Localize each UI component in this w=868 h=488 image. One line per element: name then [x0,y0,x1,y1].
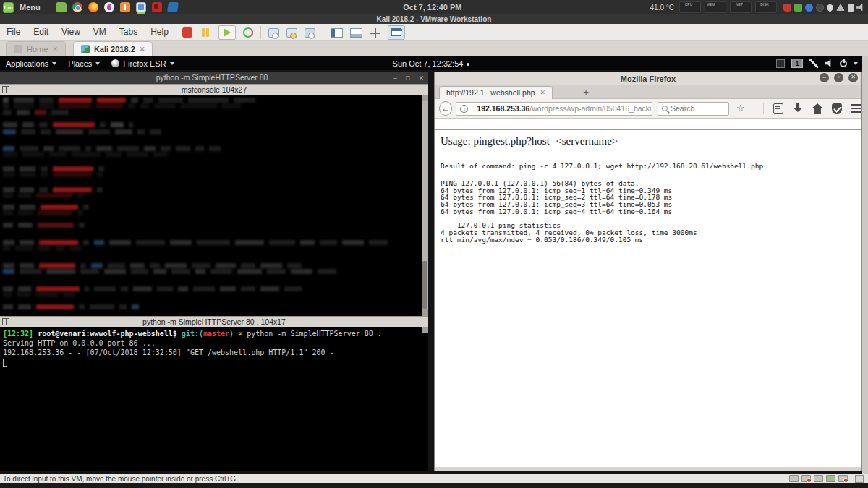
scroll-up-icon[interactable] [422,327,428,333]
tab-kali-vm[interactable]: Kali 2018.2 [73,41,153,56]
firefox-icon[interactable] [88,2,98,12]
updates-icon[interactable] [816,4,824,12]
scroll-up-icon[interactable] [422,95,428,101]
httpserver-pane-header[interactable]: python -m SimpleHTTPServer 80 . 104x17 [0,316,428,327]
host-menu-button[interactable]: Menu [20,3,41,12]
disk-monitor[interactable]: DISK [755,1,777,13]
close-icon[interactable]: ✕ [848,73,858,82]
menu-file[interactable]: File [0,24,27,40]
msfconsole-scrollbar[interactable] [422,95,428,316]
firefox-esr-label: Firefox ESR [123,59,166,68]
message-log-icon[interactable] [789,475,799,482]
workspace-indicator[interactable]: 1 [791,59,803,68]
close-kali-tab-icon[interactable] [140,46,145,53]
msfconsole-pane[interactable] [0,95,428,316]
pocket-icon[interactable] [832,103,842,114]
vmware-menubar: File Edit View VM Tabs Help [0,24,868,41]
fullscreen-button[interactable] [388,25,405,40]
red-app-icon[interactable] [152,2,162,12]
cpu-monitor[interactable]: CPU [679,1,701,13]
kali-clock-text: Sun Oct 7, 12:32:54 [393,59,464,68]
close-icon[interactable]: ✕ [418,74,424,82]
finance-app-icon[interactable] [120,2,130,12]
minimize-icon[interactable]: – [393,74,397,82]
reset-button[interactable] [243,27,253,38]
applications-menu[interactable]: Applications [0,59,62,68]
firefox-titlebar[interactable]: Mozilla Firefox [435,72,861,85]
prompt-git: git:( [182,330,203,338]
menu-view[interactable]: View [55,24,87,40]
url-bar[interactable]: i 192.168.253.36/wordpress/wp-admin/0504… [456,102,652,116]
vmware-tabstrip: Home Kali 2018.2 [0,41,868,56]
new-tab-button[interactable]: + [579,87,592,98]
menu-edit[interactable]: Edit [27,24,55,40]
back-button[interactable]: ← [439,101,452,116]
revert-snapshot-button[interactable] [286,28,297,38]
firefox-esr-menu[interactable]: Firefox ESR [106,59,179,68]
tab-home[interactable]: Home [6,41,66,56]
search-input[interactable] [671,104,728,113]
library-icon[interactable] [773,103,783,114]
vmware-taskbar-icon[interactable] [136,2,146,12]
maximize-icon[interactable]: ▫ [834,73,843,82]
file-share-icon[interactable] [794,4,802,12]
volume-icon[interactable] [856,4,865,12]
menu-vm[interactable]: VM [87,24,113,40]
home-tab-label: Home [27,45,48,53]
menu-help[interactable]: Help [144,24,175,40]
bluetooth-icon[interactable] [805,4,813,12]
file-manager-icon[interactable] [56,2,67,12]
take-snapshot-button[interactable] [268,28,279,38]
chevron-down-icon[interactable] [854,62,858,65]
places-menu[interactable]: Places [62,59,106,68]
chrome-icon[interactable] [72,2,82,12]
display-device-icon[interactable] [826,475,835,482]
httpserver-pane[interactable]: [12:32] root@venari:wwwolf-php-webshell$… [0,327,428,471]
wifi-icon[interactable] [836,4,845,11]
pen-tool-icon[interactable] [809,59,818,68]
minimize-icon[interactable]: – [820,73,829,82]
unity-mode-button[interactable] [370,27,380,38]
vmware-background-strip [862,56,868,474]
power-menu-icon[interactable] [840,60,847,67]
usb-device-icon[interactable] [838,475,848,482]
site-info-icon[interactable]: i [460,105,468,113]
net-monitor[interactable]: NET [730,1,752,13]
manage-snapshots-button[interactable] [305,28,315,38]
navbar-icons: ☆ [736,103,861,114]
paint-app-icon[interactable] [104,2,114,12]
mem-monitor[interactable]: MEM [705,1,726,13]
downloads-icon[interactable] [793,103,803,114]
places-label: Places [68,59,92,68]
power-on-button[interactable] [218,25,236,40]
close-tab-icon[interactable] [540,87,546,99]
msfconsole-pane-header[interactable]: msfconsole 104x27 [0,84,428,95]
harddisk-device-icon[interactable] [801,475,811,482]
resize-grip-icon[interactable] [855,475,864,483]
host-clock[interactable]: Oct 7, 12:40 PM [403,3,461,12]
display-settings-icon[interactable] [776,59,785,68]
scroll-down-icon[interactable] [422,309,428,316]
power-off-button[interactable] [182,27,192,38]
show-library-button[interactable] [331,28,343,38]
search-bar[interactable] [658,102,729,116]
browser-tab-webshell[interactable]: http://192.1...webshell.php [439,86,553,99]
location-pin-icon[interactable] [825,3,835,12]
menu-tabs[interactable]: Tabs [113,24,144,40]
hamburger-menu-icon[interactable] [851,103,861,114]
show-console-button[interactable] [350,28,362,38]
mail-app-icon[interactable] [167,2,179,12]
maximize-icon[interactable]: □ [406,74,409,82]
bookmark-star-icon[interactable]: ☆ [736,103,746,114]
network-adapter-icon[interactable] [814,475,823,482]
mint-menu-icon[interactable]: Lm [3,2,14,13]
home-icon[interactable] [812,103,822,114]
security-shield-icon[interactable] [783,4,791,12]
terminal-titlebar[interactable]: python -m SimpleHTTPServer 80 . [0,72,428,84]
scrollbar-thumb[interactable] [422,261,427,309]
battery-icon[interactable] [848,4,854,12]
kali-volume-icon[interactable] [825,59,833,68]
url-path: /wordpress/wp-admin/050416_backup.php?hc [529,104,652,113]
close-home-tab-icon[interactable] [52,46,58,53]
suspend-button[interactable] [200,27,211,38]
